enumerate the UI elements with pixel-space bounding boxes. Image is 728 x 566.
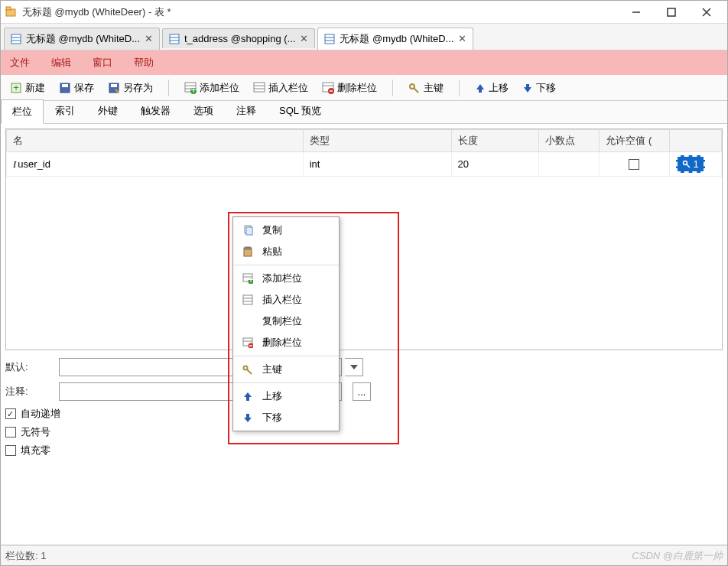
field-properties: 默认: 注释: ... 自动递增 无符号 填充零	[5, 350, 723, 470]
fields-grid[interactable]: 名 类型 长度 小数点 允许空值 ( Iuser_id int 20 1	[5, 128, 723, 350]
cell-type[interactable]: int	[303, 152, 451, 177]
window-title: 无标题 @mydb (WhiteDeer) - 表 *	[22, 5, 619, 19]
toolbar: +新建 保存 另存为 +添加栏位 插入栏位 删除栏位 主键 上移 下移	[1, 75, 727, 101]
ctx-moveup[interactable]: 上移	[233, 385, 339, 407]
arrow-down-icon	[522, 83, 533, 93]
addfield-button[interactable]: +添加栏位	[181, 80, 242, 96]
ctx-primarykey[interactable]: 主键	[233, 359, 339, 380]
col-key[interactable]	[669, 130, 721, 152]
close-icon[interactable]: ✕	[300, 33, 308, 44]
ctx-addfield[interactable]: +添加栏位	[233, 268, 339, 289]
tab-label: 无标题 @mydb (WhiteD...	[26, 32, 140, 46]
watermark: CSDN @白鹿第一帅	[632, 549, 723, 563]
col-name[interactable]: 名	[7, 130, 304, 152]
grid-insert-icon	[241, 293, 255, 307]
svg-rect-38	[246, 227, 252, 235]
title-bar: 无标题 @mydb (WhiteDeer) - 表 *	[1, 1, 727, 24]
table-icon	[11, 34, 21, 44]
primarykey-button[interactable]: 主键	[405, 80, 447, 96]
primary-key-cell[interactable]: 1	[676, 155, 705, 173]
col-type[interactable]: 类型	[303, 130, 451, 152]
grid-delete-icon	[322, 82, 334, 94]
close-icon[interactable]: ✕	[145, 33, 153, 44]
col-allownull[interactable]: 允许空值 (	[600, 130, 669, 152]
menu-edit[interactable]: 编辑	[51, 56, 71, 70]
cell-length[interactable]: 20	[451, 152, 538, 177]
deletefield-button[interactable]: 删除栏位	[319, 80, 380, 96]
svg-text:+: +	[13, 82, 19, 93]
svg-line-53	[247, 369, 252, 374]
col-decimals[interactable]: 小数点	[538, 130, 600, 152]
tab-2[interactable]: 无标题 @mydb (WhiteD... ✕	[317, 28, 473, 50]
save-button[interactable]: 保存	[56, 80, 97, 96]
svg-rect-18	[62, 84, 68, 87]
insertfield-button[interactable]: 插入栏位	[250, 80, 311, 96]
zerofill-label: 填充零	[21, 444, 50, 457]
svg-rect-12	[325, 34, 334, 44]
new-button[interactable]: +新建	[7, 80, 48, 96]
svg-rect-9	[170, 34, 179, 44]
document-tabs: 无标题 @mydb (WhiteD... ✕ t_address @shoppi…	[1, 24, 727, 50]
cursor-icon: I	[13, 158, 16, 170]
subtab-comment[interactable]: 注释	[225, 99, 268, 123]
saveas-button[interactable]: 另存为	[105, 80, 156, 96]
ctx-dupfield[interactable]: 复制栏位	[233, 311, 339, 332]
svg-text:+: +	[248, 274, 253, 284]
comment-label: 注释:	[5, 385, 51, 398]
arrow-down-icon	[241, 411, 255, 424]
grid-insert-icon	[253, 82, 265, 94]
svg-line-34	[414, 88, 418, 93]
subtab-fields[interactable]: 栏位	[1, 99, 44, 124]
copy-icon	[241, 223, 255, 237]
menu-window[interactable]: 窗口	[93, 56, 112, 70]
minimize-button[interactable]	[619, 1, 654, 23]
subtab-triggers[interactable]: 触发器	[129, 99, 182, 123]
ellipsis-button[interactable]: ...	[353, 382, 371, 401]
tab-label: 无标题 @mydb (WhiteD...	[340, 32, 453, 46]
svg-rect-45	[243, 295, 252, 304]
grid-add-icon: +	[241, 272, 255, 285]
svg-point-52	[244, 366, 248, 370]
menu-help[interactable]: 帮助	[134, 56, 154, 70]
unsigned-label: 无符号	[21, 425, 50, 439]
movedown-button[interactable]: 下移	[519, 80, 559, 96]
tab-label: t_address @shopping (...	[184, 33, 295, 44]
ctx-copy[interactable]: 复制	[233, 220, 339, 241]
svg-rect-6	[11, 34, 21, 44]
tab-1[interactable]: t_address @shopping (... ✕	[162, 28, 315, 48]
ctx-delfield[interactable]: 删除栏位	[233, 332, 339, 353]
subtab-sqlpreview[interactable]: SQL 预览	[268, 99, 333, 123]
ctx-paste[interactable]: 粘贴	[233, 241, 339, 262]
tab-0[interactable]: 无标题 @mydb (WhiteD... ✕	[4, 28, 160, 50]
dropdown-button[interactable]	[345, 358, 363, 376]
grid-delete-icon	[241, 336, 255, 350]
cell-decimals[interactable]	[538, 152, 600, 177]
ctx-movedown[interactable]: 下移	[233, 407, 339, 428]
grid-add-icon: +	[184, 82, 197, 94]
col-length[interactable]: 长度	[451, 130, 538, 152]
subtab-options[interactable]: 选项	[182, 99, 225, 123]
svg-rect-3	[668, 8, 675, 16]
table-icon	[169, 34, 180, 44]
subtab-foreignkeys[interactable]: 外键	[86, 99, 129, 123]
close-button[interactable]	[689, 1, 724, 23]
new-icon: +	[10, 82, 22, 94]
svg-rect-20	[111, 84, 117, 87]
autoinc-checkbox[interactable]	[5, 408, 16, 419]
allownull-checkbox[interactable]	[629, 159, 639, 170]
table-row[interactable]: Iuser_id int 20 1	[7, 152, 722, 177]
menu-file[interactable]: 文件	[10, 56, 30, 70]
autoinc-label: 自动递增	[21, 407, 60, 421]
unsigned-checkbox[interactable]	[5, 427, 16, 438]
cell-name[interactable]: user_id	[18, 158, 50, 170]
zerofill-checkbox[interactable]	[5, 445, 16, 456]
maximize-button[interactable]	[654, 1, 689, 23]
moveup-button[interactable]: 上移	[472, 80, 512, 96]
field-count: 栏位数: 1	[5, 549, 46, 563]
close-icon[interactable]: ✕	[458, 33, 466, 44]
editor-tabs: 栏位 索引 外键 触发器 选项 注释 SQL 预览	[1, 101, 727, 124]
subtab-indexes[interactable]: 索引	[44, 99, 86, 123]
context-menu: 复制 粘贴 +添加栏位 插入栏位 复制栏位 删除栏位 主键 上移 下移	[232, 216, 340, 431]
arrow-up-icon	[475, 83, 486, 93]
ctx-insertfield[interactable]: 插入栏位	[233, 289, 339, 311]
